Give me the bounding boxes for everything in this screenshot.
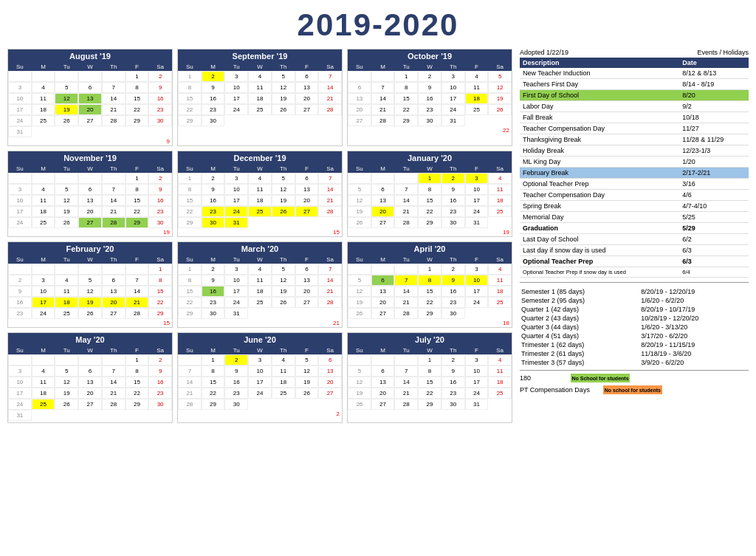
day-cell: 8 [178,275,202,286]
day-cell: 28 [318,206,342,217]
event-date: 11/28 & 11/29 [679,134,749,145]
day-cell: 10 [32,286,55,297]
day-cell: 12 [488,82,512,93]
day-cell: 9 [202,275,225,286]
day-cell: 4 [248,264,272,275]
semester-row: Trimester 2 (61 days) 11/18/19 - 3/6/20 [520,349,749,358]
day-cell: 21 [102,104,126,115]
day-cell: 3 [224,264,248,275]
day-cell: 21 [126,297,149,308]
day-cell [55,264,78,275]
day-cell: 6 [78,82,102,93]
day-cell: 16 [418,93,441,104]
day-cell [32,354,55,365]
semester-range: 1/6/20 - 3/13/20 [639,323,749,332]
day-cell: 23 [441,206,465,217]
day-cell: 11 [248,275,272,286]
semester-row: Semester 2 (95 days) 1/6/20 - 6/2/20 [520,296,749,305]
day-cell: 23 [441,388,465,399]
day-cell: 13 [78,93,102,104]
may-header: May '20 [8,333,172,346]
total-days-row: 180 No School for students [520,374,749,382]
day-cell: 29 [126,399,149,410]
january-calendar: January '20 Su M Tu W Th F Sa 1 2 3 [347,151,512,237]
day-cell: 7 [318,71,342,82]
events-table: Description Date New Teacher Induction 8… [520,58,749,278]
day-cell: 29 [202,399,225,410]
day-cell: 26 [78,308,102,319]
day-cell: 18 [32,388,55,399]
event-row: February Break 2/17-2/21 [520,168,749,179]
event-row: Memorial Day 5/25 [520,212,749,223]
day-cell: 11 [55,286,78,297]
day-cell: 3 [224,71,248,82]
day-cell: 11 [488,184,512,195]
event-row: Optional Teacher Prep 6/3 [520,256,749,267]
day-cell: 6 [78,365,102,377]
day-cell: 22 [394,104,418,115]
day-cell: 13 [78,195,102,206]
calendars-section: August '19 Su M Tu W Th F Sa 1 [7,49,512,423]
day-cell: 30 [202,115,225,126]
event-row: Spring Break 4/7-4/10 [520,201,749,212]
day-cell: 18 [272,377,295,388]
day-cell: 6 [348,82,371,93]
event-date: 6/3 [679,245,749,256]
day-cell: 21 [394,297,418,308]
event-date: 11/27 [679,123,749,134]
day-cell: 6 [318,354,342,365]
day-cell: 2 [148,173,172,184]
day-cell: 1 [178,264,202,275]
day-cell: 6 [295,173,319,184]
day-cell: 10 [224,184,248,195]
day-cell: 9 [148,184,172,195]
day-cell: 22 [126,104,149,115]
day-cell: 17 [465,286,489,297]
event-date: 5/29 [679,223,749,234]
day-cell: 17 [465,377,489,388]
day-cell: 1 [202,354,225,365]
day-cell: 19 [348,297,371,308]
day-cell [394,173,418,184]
day-cell: 20 [371,388,395,399]
thu-label: Th [102,63,126,71]
day-cell: 19 [272,93,295,104]
day-cell: 19 [55,206,78,217]
day-cell: 16 [148,93,172,104]
day-cell [78,71,102,82]
day-cell: 29 [418,308,441,319]
event-row: Optional Teacher Prep 3/16 [520,179,749,190]
event-row: Thanksgiving Break 11/28 & 11/29 [520,134,749,145]
day-cell: 8 [418,184,441,195]
day-cell: 8 [126,82,149,93]
school-days-count: 9 [8,137,172,145]
event-row: Last Day of School 6/2 [520,234,749,245]
event-description: February Break [520,168,679,179]
day-cell: 10 [465,365,489,377]
day-cell: 25 [272,388,295,399]
day-cell: 23 [202,104,225,115]
sat-label: Sa [148,63,172,71]
day-cell: 10 [465,275,489,286]
semester-range: 3/17/20 - 6/2/20 [639,332,749,340]
day-cell: 19 [55,104,78,115]
day-cell: 9 [418,82,441,93]
day-cell: 5 [272,264,295,275]
day-cell: 2 [441,173,465,184]
day-cell: 18 [488,377,512,388]
day-cell: 22 [418,297,441,308]
day-cell: 22 [418,206,441,217]
day-cell [32,264,55,275]
day-cell: 16 [441,286,465,297]
day-cell: 1 [178,173,202,184]
april-header: April '20 [348,242,512,255]
event-date: 1/20 [679,157,749,168]
day-cell: 11 [488,365,512,377]
day-cell: 27 [371,308,395,319]
day-cell: 20 [102,297,126,308]
day-cell: 7 [371,82,395,93]
event-description: Fall Break [520,112,679,123]
day-cell: 20 [295,286,319,297]
event-description: Memorial Day [520,212,679,223]
day-cell: 1 [178,71,202,82]
